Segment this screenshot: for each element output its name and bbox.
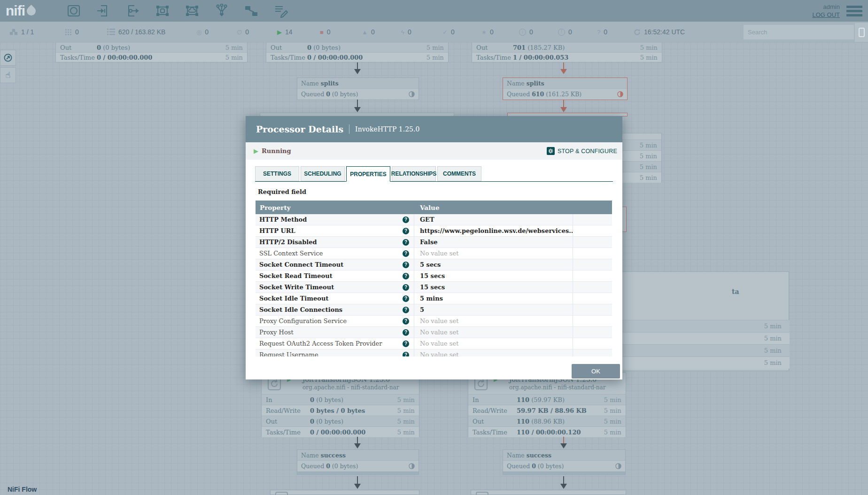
property-row: Request OAuth2 Access Token Provider ? N… bbox=[256, 338, 612, 349]
connection-arrowhead bbox=[354, 69, 361, 77]
help-icon[interactable]: ? bbox=[403, 228, 409, 234]
refresh-status: 16:52:42 UTC bbox=[634, 22, 685, 42]
stat-window: 5 min bbox=[426, 54, 444, 61]
help-icon[interactable]: ? bbox=[403, 318, 409, 325]
property-value: No value set bbox=[414, 338, 573, 349]
property-value: GET bbox=[414, 214, 573, 225]
help-icon[interactable]: ? bbox=[403, 352, 409, 357]
connection-line bbox=[357, 100, 358, 107]
running-status: ▶ 14 bbox=[277, 22, 293, 42]
connection-label: Name success Queued 0 (0 bytes) bbox=[297, 449, 419, 475]
required-field-note: Required field bbox=[258, 188, 306, 195]
tab[interactable]: COMMENTS bbox=[437, 166, 481, 181]
tab[interactable]: PROPERTIES bbox=[346, 166, 390, 182]
tab[interactable]: SCHEDULING bbox=[301, 166, 345, 181]
stat-window: 5 min bbox=[640, 142, 657, 149]
processor-bundle: org.apache.nifi - nifi-standard-nar bbox=[302, 384, 399, 391]
help-icon[interactable]: ? bbox=[403, 250, 409, 257]
stat-value: 0 / 00:00:00.000 bbox=[307, 54, 363, 61]
help-icon[interactable]: ? bbox=[403, 284, 409, 291]
stat-value: 0 / 00:00:00.000 bbox=[310, 429, 365, 436]
logout-link[interactable]: LOG OUT bbox=[812, 11, 840, 19]
processor-stat-row: Out 0 (0 bytes) 5 min bbox=[266, 42, 448, 52]
property-value: 5 secs bbox=[414, 259, 573, 270]
stat-label: Tasks/Time bbox=[60, 54, 97, 61]
help-icon[interactable]: ? bbox=[403, 217, 409, 223]
stop-and-configure-button[interactable]: STOP & CONFIGURE bbox=[547, 147, 617, 155]
locally-modified-stale-status: ! 0 bbox=[558, 22, 572, 42]
connection-line bbox=[563, 476, 564, 484]
processor-node: ▶ JoltTransformJSON 1.25.0 org.apache.ni… bbox=[261, 372, 419, 437]
help-icon[interactable]: ? bbox=[403, 262, 409, 268]
property-row: HTTP URL ? https://www.pegelonline.wsv.d… bbox=[256, 225, 612, 237]
label-icon[interactable] bbox=[274, 4, 288, 18]
help-icon[interactable]: ? bbox=[403, 273, 409, 279]
output-port-icon[interactable] bbox=[126, 4, 140, 18]
stat-value: 110 bbox=[517, 418, 529, 425]
stat-extra: (0 bytes) bbox=[316, 396, 343, 403]
transmitting-status: ◎ 0 bbox=[196, 22, 209, 42]
pan-button[interactable]: ☝ bbox=[0, 67, 16, 83]
dialog-header: Processor Details InvokeHTTP 1.25.0 bbox=[246, 116, 622, 142]
nifi-drop-icon bbox=[25, 5, 38, 17]
help-icon[interactable]: ? bbox=[403, 340, 409, 347]
template-icon[interactable] bbox=[244, 4, 258, 18]
dialog-tabs: SETTINGS SCHEDULING PROPERTIES RELATIONS… bbox=[255, 166, 613, 182]
remote-process-group-icon[interactable] bbox=[185, 4, 199, 18]
transmitting-icon: ◎ bbox=[196, 29, 202, 36]
property-extra-cell bbox=[573, 282, 612, 293]
refresh-icon[interactable] bbox=[634, 29, 641, 36]
property-row: Request Username ? No value set bbox=[256, 349, 612, 356]
help-icon[interactable]: ? bbox=[403, 295, 409, 302]
processor-icon[interactable] bbox=[67, 4, 81, 18]
processor-node: Out 701 (185.27 KB) 5 min Tasks/Time 1 /… bbox=[472, 42, 662, 62]
help-icon[interactable]: ? bbox=[403, 239, 409, 246]
queue-indicator-icon bbox=[409, 91, 415, 97]
transmitting-count: 0 bbox=[205, 28, 209, 36]
processor-stat-row: Tasks/Time 0 / 00:00:00.000 5 min bbox=[266, 52, 448, 62]
breadcrumb[interactable]: NiFi Flow bbox=[8, 486, 37, 493]
dialog-title: Processor Details bbox=[256, 124, 343, 134]
process-group-icon[interactable] bbox=[155, 4, 170, 18]
help-icon[interactable]: ? bbox=[403, 307, 409, 313]
panel-toggle-button[interactable] bbox=[855, 23, 868, 42]
stat-value: 0 bbox=[97, 44, 101, 51]
account-area: admin LOG OUT bbox=[812, 3, 840, 19]
processor-details-dialog: Processor Details InvokeHTTP 1.25.0 ▶ Ru… bbox=[246, 116, 622, 379]
connection-scrollbar bbox=[297, 472, 418, 474]
processor-name-fragment: ta bbox=[732, 288, 739, 295]
funnel-icon[interactable] bbox=[215, 4, 229, 18]
stat-value: 0 bbox=[307, 44, 311, 51]
running-icon: ▶ bbox=[277, 29, 282, 36]
global-menu-icon[interactable] bbox=[846, 6, 862, 16]
stat-window: 5 min bbox=[604, 396, 621, 403]
connection-label-highlighted: Name splits Queued 610 (161.25 KB) bbox=[503, 77, 628, 100]
stat-label: Out bbox=[271, 44, 307, 51]
stat-label: Out bbox=[266, 418, 310, 425]
stat-value: 0 bbox=[310, 418, 314, 425]
birdseye-icon bbox=[3, 53, 13, 62]
search-input[interactable] bbox=[744, 25, 854, 39]
queued-size: (0 bytes) bbox=[332, 463, 358, 470]
queue-indicator-icon bbox=[409, 463, 415, 469]
running-icon: ▶ bbox=[254, 147, 258, 155]
ok-button[interactable]: OK bbox=[572, 364, 620, 379]
processor-stat-row: Out 0 (0 bytes) 5 min bbox=[56, 42, 247, 52]
processor-bundle: org.apache.nifi - nifi-standard-nar bbox=[509, 384, 605, 391]
stat-window: 5 min bbox=[764, 323, 782, 330]
queued-label: Queued bbox=[507, 463, 530, 470]
tab[interactable]: SETTINGS bbox=[255, 166, 299, 181]
locally-modified-icon: ∗ bbox=[481, 29, 487, 36]
stale-status: ↑ 0 bbox=[519, 22, 533, 42]
property-extra-cell bbox=[573, 304, 612, 315]
stale-count: 0 bbox=[529, 28, 533, 36]
input-port-icon[interactable] bbox=[96, 4, 110, 18]
birdseye-button[interactable] bbox=[0, 50, 16, 66]
disabled-count: 0 bbox=[408, 28, 411, 36]
processor-stat-row: Out 0 (0 bytes) 5 min bbox=[262, 416, 419, 426]
tab[interactable]: RELATIONSHIPS bbox=[392, 166, 436, 181]
property-extra-cell bbox=[573, 338, 612, 349]
property-value: 15 secs bbox=[414, 271, 573, 281]
help-icon[interactable]: ? bbox=[403, 329, 409, 336]
stat-label: In bbox=[266, 396, 310, 403]
